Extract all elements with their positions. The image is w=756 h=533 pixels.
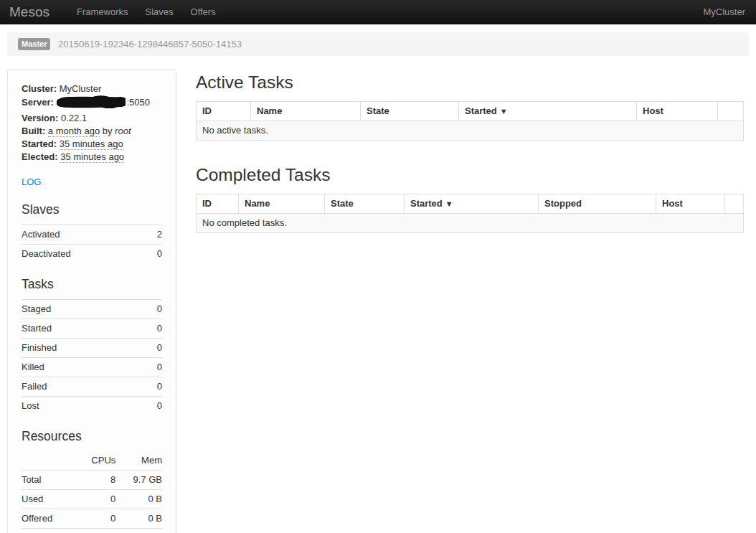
resources-used-label: Used [22, 490, 77, 509]
resources-col-empty [22, 451, 77, 471]
log-link[interactable]: LOG [22, 176, 41, 189]
table-row: CPUs Mem [22, 451, 162, 471]
table-row: Staged 0 [22, 300, 162, 319]
version-value: 0.22.1 [61, 113, 87, 123]
started-label: Started: [22, 138, 57, 149]
resources-used-cpus: 0 [77, 490, 115, 509]
slaves-activated-value: 2 [148, 225, 162, 245]
sidebar-panel: Cluster: MyCluster Server: :5050 Version… [7, 69, 176, 533]
version-info-line: Version: 0.22.1 [22, 112, 162, 125]
tasks-summary-table: Staged 0 Started 0 Finished 0 Killed 0 [22, 299, 162, 415]
resources-total-label: Total [22, 471, 77, 490]
elected-time: 35 minutes ago [60, 151, 124, 163]
tasks-killed-value: 0 [144, 358, 162, 377]
active-tasks-table: ID Name State Started▼ Host No active ta… [196, 101, 744, 141]
table-row: Deactivated 0 [22, 245, 162, 264]
table-row: No completed tasks. [197, 214, 744, 233]
table-row: Lost 0 [22, 397, 162, 416]
brand-link-mesos[interactable]: Mesos [9, 6, 49, 19]
active-col-id[interactable]: ID [197, 102, 251, 121]
active-col-started[interactable]: Started▼ [459, 102, 637, 121]
table-row: Used 0 0 B [22, 490, 162, 509]
completed-col-id[interactable]: ID [197, 194, 239, 214]
cluster-info-line: Cluster: MyCluster [22, 82, 162, 95]
table-row: No active tasks. [197, 121, 744, 141]
tasks-heading: Tasks [22, 275, 162, 293]
built-time: a month ago [48, 126, 100, 137]
resources-table: CPUs Mem Total 8 9.7 GB Used 0 0 B [22, 451, 162, 533]
completed-col-stopped[interactable]: Stopped [539, 194, 656, 214]
resources-used-mem: 0 B [115, 490, 162, 509]
resources-heading: Resources [22, 428, 162, 445]
table-row: Started 0 [22, 319, 162, 339]
master-badge: Master [18, 38, 50, 50]
table-row: Total 8 9.7 GB [22, 471, 162, 490]
active-tasks-heading: Active Tasks [196, 72, 743, 93]
resources-offered-mem: 0 B [115, 509, 162, 529]
elected-info-line: Elected: 35 minutes ago [22, 151, 162, 164]
built-user: root [115, 126, 131, 136]
completed-col-name[interactable]: Name [239, 194, 325, 214]
tasks-failed-value: 0 [144, 377, 162, 397]
tasks-started-label: Started [22, 319, 144, 339]
active-col-host[interactable]: Host [637, 102, 718, 121]
slaves-heading: Slaves [22, 201, 162, 218]
version-label: Version: [22, 113, 58, 123]
tasks-finished-label: Finished [22, 339, 144, 358]
slaves-deactivated-label: Deactivated [22, 245, 148, 264]
navbar-links: Frameworks Slaves Offers [68, 6, 225, 19]
resources-idle-label: Idle [22, 529, 77, 533]
completed-tasks-empty-message: No completed tasks. [197, 214, 744, 233]
resources-idle-cpus: 8 [77, 529, 115, 533]
active-tasks-empty-message: No active tasks. [197, 121, 744, 141]
active-col-state[interactable]: State [361, 102, 459, 121]
main-content: Active Tasks ID Name State Started▼ Host [196, 69, 743, 257]
nav-item-slaves[interactable]: Slaves [136, 6, 181, 19]
table-row: Idle 8 9.7 GB [22, 529, 162, 533]
server-port: :5050 [126, 97, 150, 108]
resources-col-mem: Mem [115, 451, 162, 471]
table-row: Activated 2 [22, 225, 162, 245]
cluster-label: Cluster: [22, 83, 57, 94]
resources-idle-mem: 9.7 GB [115, 529, 162, 533]
table-header-row: ID Name State Started▼ Stopped Host [197, 194, 744, 214]
completed-tasks-heading: Completed Tasks [196, 164, 743, 186]
tasks-started-value: 0 [144, 319, 162, 339]
resources-offered-cpus: 0 [77, 509, 115, 529]
nav-item-offers[interactable]: Offers [182, 6, 225, 19]
table-header-row: ID Name State Started▼ Host [197, 102, 744, 121]
tasks-finished-value: 0 [144, 339, 162, 358]
started-info-line: Started: 35 minutes ago [22, 138, 162, 151]
built-by-text: by [103, 126, 113, 136]
tasks-lost-value: 0 [144, 397, 162, 416]
tasks-staged-value: 0 [144, 300, 162, 319]
sort-desc-icon: ▼ [500, 107, 508, 115]
master-id: 20150619-192346-1298446857-5050-14153 [58, 39, 242, 49]
completed-col-state[interactable]: State [325, 194, 405, 214]
active-col-name[interactable]: Name [251, 102, 361, 121]
server-label: Server: [22, 97, 54, 108]
resources-col-cpus: CPUs [77, 451, 115, 471]
slaves-activated-label: Activated [22, 225, 148, 245]
tasks-lost-label: Lost [22, 397, 144, 416]
nav-item-frameworks[interactable]: Frameworks [68, 6, 137, 19]
resources-total-mem: 9.7 GB [115, 471, 162, 490]
table-row: Offered 0 0 B [22, 509, 162, 529]
active-col-actions [718, 102, 744, 121]
sort-desc-icon: ▼ [445, 199, 453, 208]
table-row: Finished 0 [22, 339, 162, 358]
active-col-started-label: Started [465, 105, 497, 116]
completed-tasks-table: ID Name State Started▼ Stopped Host No c… [196, 194, 744, 233]
tasks-failed-label: Failed [22, 377, 144, 397]
completed-col-started[interactable]: Started▼ [405, 194, 539, 214]
elected-label: Elected: [22, 151, 58, 162]
slaves-deactivated-value: 0 [148, 245, 162, 264]
redacted-server-host [57, 95, 126, 112]
started-time: 35 minutes ago [60, 138, 123, 150]
completed-col-host[interactable]: Host [656, 194, 725, 214]
tasks-killed-label: Killed [22, 358, 144, 377]
slaves-table: Activated 2 Deactivated 0 [22, 225, 162, 263]
resources-total-cpus: 8 [77, 471, 115, 490]
resources-offered-label: Offered [22, 509, 77, 529]
table-row: Killed 0 [22, 358, 162, 377]
